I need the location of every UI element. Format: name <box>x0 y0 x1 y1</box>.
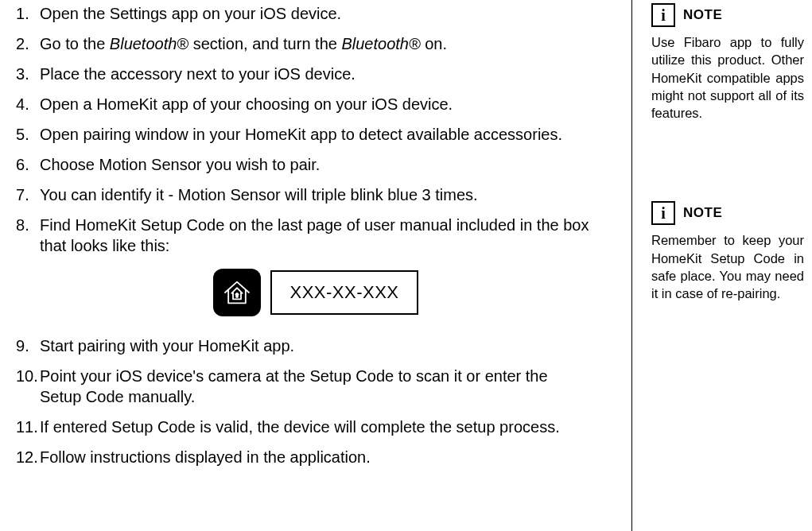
homekit-icon <box>213 269 261 316</box>
setup-code-box: XXX-XX-XXX <box>270 270 418 316</box>
note-1-label: NOTE <box>683 7 722 23</box>
step-2-bluetooth-2: Bluetooth® <box>341 35 420 52</box>
step-8: Find HomeKit Setup Code on the last page… <box>16 215 592 316</box>
step-10: Point your iOS device's camera at the Se… <box>16 366 592 407</box>
step-7: You can identify it - Motion Sensor will… <box>16 184 592 205</box>
step-12: Follow instructions displayed in the app… <box>16 447 592 467</box>
step-9: Start pairing with your HomeKit app. <box>16 335 592 356</box>
step-2-text-c: section, and turn the <box>188 35 341 52</box>
note-2-label: NOTE <box>683 205 722 221</box>
step-3: Place the accessory next to your iOS dev… <box>16 64 592 84</box>
step-8-text: Find HomeKit Setup Code on the last page… <box>40 216 589 254</box>
step-2-text-e: on. <box>421 35 447 52</box>
steps-list: Open the Settings app on your iOS device… <box>16 3 592 467</box>
note-2-header: i NOTE <box>651 201 804 225</box>
note-2: i NOTE Remember to keep your HomeKit Set… <box>651 201 804 302</box>
step-2-bluetooth-1: Bluetooth® <box>110 35 188 52</box>
step-6: Choose Motion Sensor you wish to pair. <box>16 154 592 175</box>
note-1: i NOTE Use Fibaro app to fully utilize t… <box>651 3 804 122</box>
notes-column: i NOTE Use Fibaro app to fully utilize t… <box>632 0 812 531</box>
note-2-body: Remember to keep your HomeKit Setup Code… <box>651 231 804 302</box>
step-4: Open a HomeKit app of your choosing on y… <box>16 94 592 114</box>
instructions-column: Open the Settings app on your iOS device… <box>0 0 632 531</box>
step-11: If entered Setup Code is valid, the devi… <box>16 417 592 437</box>
info-icon: i <box>651 201 675 225</box>
step-2-text-a: Go to the <box>40 35 110 52</box>
note-1-body: Use Fibaro app to fully utilize this pro… <box>651 33 804 122</box>
setup-code-row: XXX-XX-XXX <box>40 269 592 316</box>
info-icon: i <box>651 3 675 27</box>
note-1-header: i NOTE <box>651 3 804 27</box>
step-2: Go to the Bluetooth® section, and turn t… <box>16 33 592 54</box>
step-1: Open the Settings app on your iOS device… <box>16 3 592 24</box>
step-5: Open pairing window in your HomeKit app … <box>16 124 592 145</box>
